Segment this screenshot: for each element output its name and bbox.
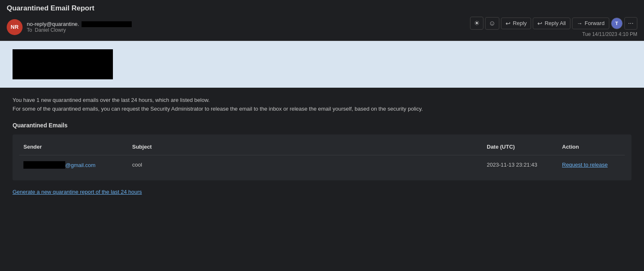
sun-button[interactable]: ☀ xyxy=(470,17,483,30)
user-avatar-label: T xyxy=(615,21,618,26)
quarantine-table-wrap: Sender Subject Date (UTC) Action @gmail.… xyxy=(13,134,631,180)
intro-line1: You have 1 new quarantined emails over t… xyxy=(13,96,631,105)
reply-all-arrow-icon: ↩ xyxy=(537,20,542,27)
intro-text: You have 1 new quarantined emails over t… xyxy=(13,96,631,114)
more-icon: ··· xyxy=(628,20,634,27)
sender-email-link[interactable]: @gmail.com xyxy=(65,162,95,168)
subject-cell: cool xyxy=(128,155,483,175)
sender-address: no-reply@quarantine. xyxy=(27,21,132,28)
more-button[interactable]: ··· xyxy=(624,17,637,30)
sun-icon: ☀ xyxy=(474,19,480,27)
request-to-release-button[interactable]: Request to release xyxy=(562,162,608,168)
sender-redacted-block xyxy=(23,161,65,169)
meta-right: ☀ ☺ ↩ Reply ↩ Reply All → Forward xyxy=(470,17,637,37)
user-avatar-button[interactable]: T xyxy=(611,18,623,29)
email-header: Quarantined Email Report NR no-reply@qua… xyxy=(0,0,644,41)
email-meta-row: NR no-reply@quarantine. To Daniel Clowry… xyxy=(7,17,637,37)
date-cell: 2023-11-13 23:21:43 xyxy=(483,155,558,175)
action-cell: Request to release xyxy=(558,155,625,175)
sender-redacted-block xyxy=(82,21,132,27)
generate-link-wrap: Generate a new quarantine report of the … xyxy=(13,189,631,195)
company-logo xyxy=(13,49,113,79)
generate-quarantine-report-link[interactable]: Generate a new quarantine report of the … xyxy=(13,189,142,195)
emoji-icon: ☺ xyxy=(489,20,496,27)
col-header-date: Date (UTC) xyxy=(483,140,558,155)
quarantine-table: Sender Subject Date (UTC) Action @gmail.… xyxy=(19,140,625,175)
col-header-sender: Sender xyxy=(19,140,128,155)
col-header-action: Action xyxy=(558,140,625,155)
reply-label: Reply xyxy=(513,20,526,26)
reply-arrow-icon: ↩ xyxy=(506,20,511,27)
emoji-button[interactable]: ☺ xyxy=(485,17,499,30)
col-header-subject: Subject xyxy=(128,140,483,155)
sender-details: no-reply@quarantine. To Daniel Clowry xyxy=(27,21,132,33)
forward-button[interactable]: → Forward xyxy=(572,18,609,29)
sender-to: To Daniel Clowry xyxy=(27,27,132,33)
email-body: You have 1 new quarantined emails over t… xyxy=(0,88,644,203)
table-header-row: Sender Subject Date (UTC) Action xyxy=(19,140,625,155)
sender-info: NR no-reply@quarantine. To Daniel Clowry xyxy=(7,19,132,35)
reply-all-label: Reply All xyxy=(544,20,566,26)
intro-line2: For some of the quarantined emails, you … xyxy=(13,105,631,114)
reply-all-button[interactable]: ↩ Reply All xyxy=(533,18,570,29)
toolbar: ☀ ☺ ↩ Reply ↩ Reply All → Forward xyxy=(470,17,637,30)
reply-button[interactable]: ↩ Reply xyxy=(501,18,531,29)
email-title: Quarantined Email Report xyxy=(7,4,637,13)
email-banner xyxy=(0,41,644,88)
avatar: NR xyxy=(7,19,23,35)
section-title: Quarantined Emails xyxy=(13,122,631,129)
table-row: @gmail.com cool 2023-11-13 23:21:43 Requ… xyxy=(19,155,625,175)
forward-label: Forward xyxy=(585,20,605,26)
sender-cell: @gmail.com xyxy=(19,155,128,175)
email-date: Tue 14/11/2023 4:10 PM xyxy=(582,31,637,37)
forward-arrow-icon: → xyxy=(577,20,583,27)
